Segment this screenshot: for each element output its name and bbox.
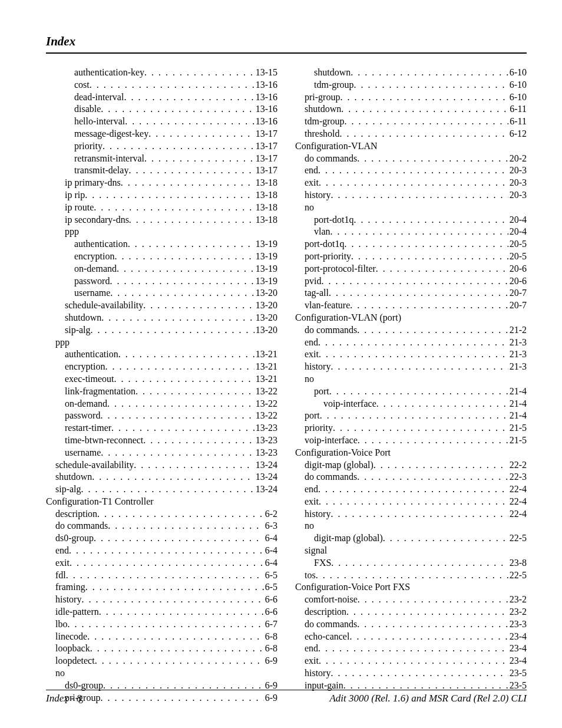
index-entry-page: 13-18	[254, 202, 277, 214]
index-entry-label: schedule-availability	[65, 299, 143, 312]
index-entry: end20-3	[295, 164, 527, 177]
leader-dots	[144, 153, 254, 165]
leader-dots	[67, 618, 263, 631]
leader-dots	[92, 471, 254, 483]
leader-dots	[114, 373, 254, 386]
index-entry-page: 21-4	[508, 398, 527, 410]
index-entry: do commands22-3	[295, 471, 527, 483]
index-entry-label: shutdown	[314, 67, 351, 79]
index-entry-label: port	[305, 410, 320, 422]
index-entry-label: shutdown	[55, 471, 92, 483]
index-entry-page: 6-10	[508, 79, 527, 91]
index-entry-page: 22-4	[508, 496, 527, 508]
index-entry-label: history	[305, 361, 330, 373]
leader-dots	[330, 667, 508, 680]
index-entry-page: 20-2	[508, 153, 527, 165]
index-entry-page: 20-3	[508, 177, 527, 189]
index-entry: do commands21-2	[295, 324, 527, 337]
index-entry-page: 20-3	[508, 164, 527, 177]
leader-dots	[357, 471, 508, 483]
index-entry: end21-3	[295, 337, 527, 349]
index-entry-label: end	[305, 164, 318, 177]
leader-dots	[101, 103, 254, 116]
index-entry-label: exit	[305, 348, 319, 361]
index-entry-label: shutdown	[65, 312, 101, 324]
index-entry-label: echo-cancel	[305, 631, 349, 643]
index-entry: tos22-5	[295, 569, 527, 582]
index-entry-label: ds0-group	[55, 532, 94, 545]
index-entry-label: authentication	[74, 238, 128, 251]
index-entry-page: 21-4	[508, 386, 527, 398]
index-entry-page: 22-3	[508, 471, 527, 483]
index-entry-page: 6-8	[264, 643, 277, 655]
index-entry-page: 6-4	[264, 557, 277, 569]
leader-dots	[124, 91, 254, 104]
index-entry-page: 13-15	[254, 67, 277, 79]
index-entry: ip primary-dns13-18	[46, 177, 277, 189]
footer-left: Index - 8	[46, 693, 81, 704]
index-entry-page: 6-4	[264, 545, 277, 557]
index-entry-label: history	[55, 594, 81, 606]
index-entry-label: sip-alg	[55, 483, 81, 496]
index-entry: end6-4	[46, 545, 277, 557]
index-entry: FXS23-8	[295, 557, 527, 569]
index-entry-page: 13-24	[254, 471, 277, 483]
index-entry-label: exit	[305, 655, 319, 667]
index-entry-label: do commands	[305, 471, 357, 483]
index-entry: ds0-group6-4	[46, 532, 277, 545]
index-entry-page: 22-5	[508, 569, 527, 582]
index-entry-label: no	[305, 520, 314, 532]
index-entry-label: authentication-key	[74, 67, 144, 79]
index-entry-page: 20-7	[508, 299, 527, 312]
index-entry: voip-interface21-4	[295, 398, 527, 410]
leader-dots	[329, 287, 508, 299]
leader-dots	[101, 312, 254, 324]
leader-dots	[69, 545, 264, 557]
index-entry: dead-interval13-16	[46, 91, 277, 104]
index-entry-page: 21-4	[508, 410, 527, 422]
leader-dots	[107, 398, 254, 410]
index-entry-page: 23-5	[508, 667, 527, 680]
leader-dots	[100, 410, 254, 422]
leader-dots	[319, 177, 508, 189]
leader-dots	[97, 508, 264, 521]
leader-dots	[90, 79, 254, 91]
leader-dots	[85, 189, 254, 202]
index-entry: end23-4	[295, 643, 527, 655]
index-entry-page: 13-16	[254, 91, 277, 104]
index-entry-page: 20-6	[508, 263, 527, 275]
index-entry: exec-timeout13-21	[46, 373, 277, 386]
index-entry-page: 13-17	[254, 140, 277, 153]
leader-dots	[114, 251, 254, 263]
index-entry-page: 23-4	[508, 655, 527, 667]
leader-dots	[121, 177, 254, 189]
index-entry: tdm-group6-10	[295, 79, 527, 91]
index-entry-page: 6-12	[508, 128, 527, 140]
leader-dots	[351, 67, 508, 79]
index-entry-page: 23-2	[508, 606, 527, 618]
index-entry-label: username	[65, 447, 101, 459]
index-entry-page: 6-11	[508, 116, 527, 128]
leader-dots	[351, 251, 508, 263]
index-entry: password13-19	[46, 275, 277, 288]
index-entry-label: vlan-feature	[305, 299, 350, 312]
index-entry-label: on-demand	[65, 398, 107, 410]
index-entry-label: sip-alg	[65, 324, 91, 337]
index-entry-label: end	[305, 483, 318, 496]
index-entry-label: no	[55, 667, 65, 680]
index-entry: shutdown13-24	[46, 471, 277, 483]
index-entry-label: exit	[305, 177, 319, 189]
index-entry: encryption13-21	[46, 361, 277, 373]
index-entry-label: tag-all	[305, 287, 329, 299]
index-entry-label: hello-interval	[74, 116, 125, 128]
index-entry-page: 13-18	[254, 214, 277, 226]
index-entry: transmit-delay13-17	[46, 164, 277, 177]
index-entry-label: Configuration-VLAN (port)	[295, 312, 401, 324]
index-entry-page: 13-18	[254, 189, 277, 202]
index-entry-page: 23-8	[508, 557, 527, 569]
index-entry: port-protocol-filter20-6	[295, 263, 527, 275]
index-entry-label: FXS	[314, 557, 331, 569]
index-entry-label: ip secondary-dns	[65, 214, 129, 226]
index-entry-page: 13-19	[254, 263, 277, 275]
index-entry: ip route13-18	[46, 202, 277, 214]
